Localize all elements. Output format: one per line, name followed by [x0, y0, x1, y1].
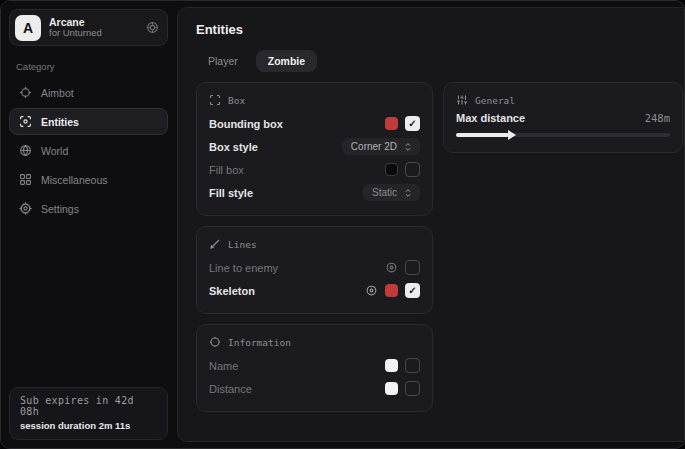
sidebar-item-label: Entities [41, 116, 79, 128]
setting-label: Fill box [209, 164, 244, 176]
sidebar-nav: Aimbot Entities World [9, 79, 168, 222]
setting-row-fill-style: Fill style Static [209, 181, 420, 204]
sidebar-item-label: Aimbot [41, 87, 74, 99]
tab-zombie[interactable]: Zombie [256, 50, 317, 72]
checkbox-unchecked[interactable] [405, 162, 420, 177]
setting-label: Bounding box [209, 118, 283, 130]
checkbox-unchecked[interactable] [405, 260, 420, 275]
app-logo: A [15, 15, 41, 41]
setting-row-fill-box: Fill box [209, 158, 420, 181]
sidebar-item-label: Settings [41, 203, 79, 215]
app-window: A Arcane for Unturned Category A [0, 0, 685, 449]
scan-brackets-icon [209, 94, 221, 106]
crosshair-icon [18, 86, 32, 99]
setting-row-name: Name [209, 354, 420, 377]
sidebar-item-miscellaneous[interactable]: Miscellaneous [9, 166, 168, 193]
checkbox-unchecked[interactable] [405, 381, 420, 396]
color-swatch[interactable] [385, 163, 398, 176]
general-section-title: General [475, 95, 515, 106]
checkbox-checked[interactable]: ✓ [405, 116, 420, 131]
session-duration-text: session duration 2m 11s [20, 420, 157, 431]
dropdown-value: Static [372, 187, 397, 198]
page-title: Entities [196, 22, 683, 37]
slider-fill [456, 133, 509, 137]
checkbox-checked[interactable]: ✓ [405, 283, 420, 298]
sidebar-item-entities[interactable]: Entities [9, 108, 168, 135]
max-distance-slider[interactable] [456, 133, 670, 137]
color-swatch[interactable] [385, 359, 398, 372]
tab-player[interactable]: Player [196, 50, 250, 72]
sidebar-item-settings[interactable]: Settings [9, 195, 168, 222]
grid-icon [18, 173, 32, 186]
box-style-dropdown[interactable]: Corner 2D [342, 138, 420, 155]
information-card: Information Name Distance [196, 324, 433, 412]
setting-row-bounding-box: Bounding box ✓ [209, 112, 420, 135]
pencil-line-icon [209, 238, 221, 250]
lines-section-title: Lines [228, 239, 257, 250]
fill-style-dropdown[interactable]: Static [363, 184, 420, 201]
app-header-card: A Arcane for Unturned [9, 9, 168, 46]
color-swatch[interactable] [385, 382, 398, 395]
subscription-card: Sub expires in 42d 08h session duration … [9, 387, 168, 440]
setting-label: Distance [209, 383, 252, 395]
visibility-eye-icon[interactable] [365, 284, 378, 297]
setting-row-skeleton: Skeleton ✓ [209, 279, 420, 302]
max-distance-row: Max distance 248m [456, 112, 670, 124]
setting-label: Fill style [209, 187, 253, 199]
sidebar-item-label: World [41, 145, 68, 157]
box-section-title: Box [228, 95, 245, 106]
info-target-icon [209, 336, 221, 348]
app-meta: Arcane for Unturned [49, 16, 102, 39]
slider-value: 248m [645, 112, 670, 124]
entities-icon [18, 115, 32, 128]
setting-label: Box style [209, 141, 258, 153]
category-label: Category [16, 61, 168, 72]
setting-row-box-style: Box style Corner 2D [209, 135, 420, 158]
general-card: General Max distance 248m [443, 82, 683, 153]
gear-icon [18, 202, 32, 215]
chevron-updown-icon [403, 142, 413, 152]
visibility-eye-icon[interactable] [385, 261, 398, 274]
chevron-updown-icon [403, 188, 413, 198]
tab-bar: Player Zombie [196, 50, 683, 72]
dropdown-value: Corner 2D [351, 141, 397, 152]
sidebar-item-aimbot[interactable]: Aimbot [9, 79, 168, 106]
sidebar-item-world[interactable]: World [9, 137, 168, 164]
information-section-title: Information [228, 337, 291, 348]
sidebar: A Arcane for Unturned Category A [1, 1, 176, 448]
setting-label: Name [209, 360, 238, 372]
checkbox-unchecked[interactable] [405, 358, 420, 373]
color-swatch[interactable] [385, 284, 398, 297]
setting-label: Line to enemy [209, 262, 278, 274]
color-swatch[interactable] [385, 117, 398, 130]
slider-thumb[interactable] [508, 130, 516, 140]
setting-row-line-to-enemy: Line to enemy [209, 256, 420, 279]
slider-label: Max distance [456, 112, 525, 124]
sliders-icon [456, 94, 468, 106]
setting-label: Skeleton [209, 285, 255, 297]
globe-icon [18, 144, 32, 157]
main-panel: Entities Player Zombie Box [177, 7, 685, 442]
lifebuoy-icon[interactable] [146, 21, 159, 34]
sidebar-item-label: Miscellaneous [41, 174, 108, 186]
sub-expires-text: Sub expires in 42d 08h [20, 395, 157, 417]
lines-card: Lines Line to enemy [196, 226, 433, 314]
box-card: Box Bounding box ✓ Box style Co [196, 82, 433, 216]
setting-row-distance: Distance [209, 377, 420, 400]
app-subtitle: for Unturned [49, 28, 102, 39]
